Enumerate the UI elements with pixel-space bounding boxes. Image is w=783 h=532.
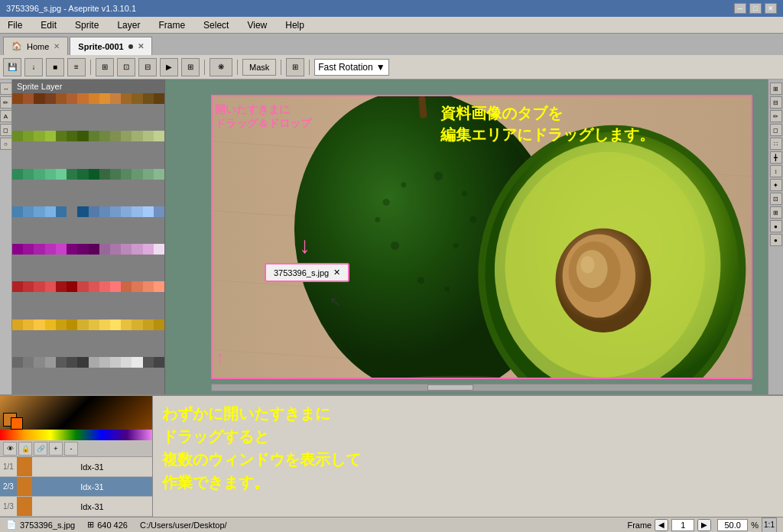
rotation-select[interactable]: Fast Rotation ▼ — [314, 59, 388, 76]
color-cell[interactable] — [154, 131, 164, 141]
color-cell[interactable] — [143, 244, 154, 255]
color-cell[interactable] — [132, 93, 142, 104]
menu-edit[interactable]: Edit — [36, 18, 61, 32]
color-cell[interactable] — [89, 206, 99, 217]
frame-next-btn[interactable]: ▶ — [697, 519, 711, 531]
color-cell[interactable] — [154, 357, 164, 368]
color-cell[interactable] — [34, 244, 44, 255]
color-cell[interactable] — [143, 206, 154, 217]
layer-lock-btn[interactable]: 🔒 — [18, 442, 32, 456]
color-cell[interactable] — [67, 320, 77, 330]
color-cell[interactable] — [99, 206, 110, 217]
color-cell[interactable] — [45, 131, 56, 141]
color-cell[interactable] — [45, 357, 56, 368]
color-cell[interactable] — [99, 281, 110, 292]
color-cell[interactable] — [34, 131, 44, 141]
color-cell[interactable] — [45, 244, 56, 255]
color-cell[interactable] — [77, 357, 88, 368]
color-cell[interactable] — [12, 320, 23, 330]
color-cell[interactable] — [121, 357, 132, 368]
tool-4[interactable]: ◻ — [0, 124, 12, 136]
color-cell[interactable] — [89, 131, 99, 141]
frame-input[interactable] — [671, 519, 694, 531]
frame-prev-btn[interactable]: ◀ — [655, 519, 668, 531]
layer-new-btn[interactable]: + — [49, 442, 63, 456]
rotation-dropdown-icon[interactable]: ▼ — [376, 62, 385, 73]
color-cell[interactable] — [56, 169, 67, 180]
color-cell[interactable] — [12, 244, 23, 255]
menu-select[interactable]: Select — [199, 18, 233, 32]
mask-button[interactable]: Mask — [242, 59, 276, 76]
color-cell[interactable] — [34, 281, 44, 292]
toolbar-check-btn[interactable]: ⊞ — [286, 58, 304, 76]
color-cell[interactable] — [56, 206, 67, 217]
color-cell[interactable] — [23, 244, 34, 255]
color-cell[interactable] — [110, 357, 121, 368]
color-cell[interactable] — [154, 206, 164, 217]
color-cell[interactable] — [77, 281, 88, 292]
color-cell[interactable] — [143, 357, 154, 368]
color-cell[interactable] — [99, 169, 110, 180]
maximize-button[interactable]: □ — [749, 3, 762, 14]
color-cell[interactable] — [89, 169, 99, 180]
tab-home[interactable]: 🏠 Home ✕ — [3, 37, 68, 55]
color-cell[interactable] — [34, 206, 44, 217]
scrollbar-thumb[interactable] — [427, 384, 473, 391]
color-cell[interactable] — [143, 169, 154, 180]
canvas-scrollbar[interactable] — [211, 384, 752, 391]
color-cell[interactable] — [34, 320, 44, 330]
right-tool-3[interactable]: ✏ — [770, 110, 782, 122]
minimize-button[interactable]: ─ — [734, 3, 746, 14]
color-cell[interactable] — [143, 281, 154, 292]
color-cell[interactable] — [154, 320, 164, 330]
color-cell[interactable] — [99, 357, 110, 368]
color-gradient[interactable] — [0, 396, 152, 430]
color-cell[interactable] — [121, 320, 132, 330]
color-cell[interactable] — [121, 281, 132, 292]
zoom-input[interactable] — [717, 519, 748, 531]
right-tool-11[interactable]: ● — [770, 220, 782, 232]
color-cell[interactable] — [89, 244, 99, 255]
color-cell[interactable] — [154, 93, 164, 104]
color-cell[interactable] — [67, 244, 77, 255]
color-cell[interactable] — [110, 93, 121, 104]
color-cell[interactable] — [12, 357, 23, 368]
menu-layer[interactable]: Layer — [112, 18, 145, 32]
color-cell[interactable] — [99, 93, 110, 104]
color-cell[interactable] — [110, 169, 121, 180]
color-cell[interactable] — [12, 169, 23, 180]
toolbar-grid-btn[interactable]: ⊞ — [96, 58, 114, 76]
color-cell[interactable] — [89, 281, 99, 292]
color-cell[interactable] — [12, 131, 23, 141]
right-tool-1[interactable]: ⊞ — [770, 83, 782, 95]
tab-home-close[interactable]: ✕ — [54, 42, 60, 50]
color-cell[interactable] — [45, 320, 56, 330]
color-cell[interactable] — [121, 131, 132, 141]
layer-del-btn[interactable]: - — [64, 442, 78, 456]
right-tool-6[interactable]: ╋ — [770, 151, 782, 164]
color-cell[interactable] — [89, 320, 99, 330]
toolbar-menu-btn[interactable]: ≡ — [67, 58, 86, 76]
menu-file[interactable]: File — [3, 18, 27, 32]
color-cell[interactable] — [89, 93, 99, 104]
layer-row-3[interactable]: 1/3 Idx-31 — [0, 497, 152, 517]
color-cell[interactable] — [143, 131, 154, 141]
color-cell[interactable] — [132, 320, 142, 330]
layer-row-1[interactable]: 1/1 Idx-31 — [0, 457, 152, 477]
color-cell[interactable] — [56, 281, 67, 292]
close-button[interactable]: ✕ — [765, 3, 777, 14]
color-cell[interactable] — [89, 357, 99, 368]
color-cell[interactable] — [45, 281, 56, 292]
color-cell[interactable] — [67, 357, 77, 368]
color-cell[interactable] — [34, 93, 44, 104]
color-cell[interactable] — [56, 320, 67, 330]
color-cell[interactable] — [77, 320, 88, 330]
color-cell[interactable] — [77, 206, 88, 217]
toolbar-view-btn[interactable]: ⊟ — [138, 58, 157, 76]
layer-link-btn[interactable]: 🔗 — [34, 442, 47, 456]
color-cell[interactable] — [121, 244, 132, 255]
color-cell[interactable] — [45, 206, 56, 217]
toolbar-play-btn[interactable]: ▶ — [160, 58, 178, 76]
floating-tab[interactable]: 3753396_s.jpg ✕ — [265, 263, 349, 282]
color-cell[interactable] — [56, 357, 67, 368]
